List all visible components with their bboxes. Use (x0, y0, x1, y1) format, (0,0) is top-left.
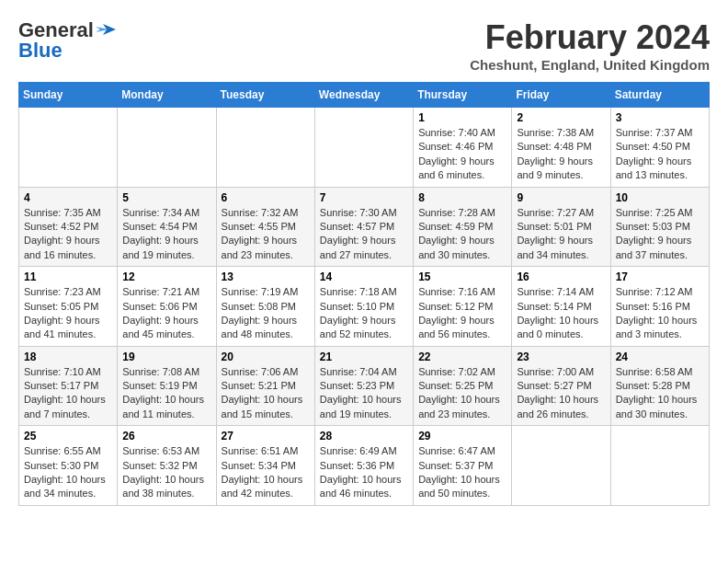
calendar-cell: 13Sunrise: 7:19 AM Sunset: 5:08 PM Dayli… (216, 267, 314, 347)
cell-info: Sunrise: 7:12 AM Sunset: 5:16 PM Dayligh… (616, 285, 704, 342)
calendar-table: SundayMondayTuesdayWednesdayThursdayFrid… (18, 82, 710, 506)
title-area: February 2024 Cheshunt, England, United … (470, 18, 710, 73)
day-number: 20 (222, 350, 310, 363)
cell-info: Sunrise: 7:38 AM Sunset: 4:48 PM Dayligh… (517, 126, 605, 183)
cell-info: Sunrise: 6:49 AM Sunset: 5:36 PM Dayligh… (320, 444, 408, 501)
day-number: 24 (616, 350, 704, 363)
cell-info: Sunrise: 7:04 AM Sunset: 5:23 PM Dayligh… (320, 365, 408, 422)
calendar-cell: 10Sunrise: 7:25 AM Sunset: 5:03 PM Dayli… (610, 187, 709, 267)
calendar-cell (610, 426, 709, 506)
calendar-cell: 11Sunrise: 7:23 AM Sunset: 5:05 PM Dayli… (19, 267, 118, 347)
calendar-cell: 6Sunrise: 7:32 AM Sunset: 4:55 PM Daylig… (216, 187, 314, 267)
cell-info: Sunrise: 7:23 AM Sunset: 5:05 PM Dayligh… (24, 285, 112, 342)
cell-info: Sunrise: 7:21 AM Sunset: 5:06 PM Dayligh… (122, 285, 210, 342)
calendar-week-row: 1Sunrise: 7:40 AM Sunset: 4:46 PM Daylig… (19, 108, 710, 188)
cell-info: Sunrise: 6:53 AM Sunset: 5:32 PM Dayligh… (122, 444, 210, 501)
calendar-body: 1Sunrise: 7:40 AM Sunset: 4:46 PM Daylig… (19, 108, 710, 506)
calendar-cell: 4Sunrise: 7:35 AM Sunset: 4:52 PM Daylig… (19, 187, 118, 267)
cell-info: Sunrise: 7:16 AM Sunset: 5:12 PM Dayligh… (418, 285, 506, 342)
calendar-cell: 19Sunrise: 7:08 AM Sunset: 5:19 PM Dayli… (118, 346, 216, 426)
day-number: 15 (418, 270, 506, 283)
day-number: 6 (222, 191, 310, 204)
day-number: 16 (517, 270, 605, 283)
calendar-cell: 17Sunrise: 7:12 AM Sunset: 5:16 PM Dayli… (610, 267, 709, 347)
month-year-heading: February 2024 (470, 18, 710, 57)
cell-info: Sunrise: 6:55 AM Sunset: 5:30 PM Dayligh… (24, 444, 112, 501)
day-number: 25 (24, 430, 112, 442)
day-number: 4 (24, 191, 112, 204)
calendar-cell: 5Sunrise: 7:34 AM Sunset: 4:54 PM Daylig… (118, 187, 216, 267)
calendar-cell (19, 108, 118, 188)
day-number: 23 (517, 350, 605, 363)
calendar-cell: 9Sunrise: 7:27 AM Sunset: 5:01 PM Daylig… (512, 187, 610, 267)
calendar-day-header: Wednesday (314, 83, 413, 108)
day-number: 17 (616, 270, 704, 283)
cell-info: Sunrise: 7:18 AM Sunset: 5:10 PM Dayligh… (320, 285, 408, 342)
cell-info: Sunrise: 7:02 AM Sunset: 5:25 PM Dayligh… (418, 365, 506, 422)
calendar-cell: 16Sunrise: 7:14 AM Sunset: 5:14 PM Dayli… (512, 267, 610, 347)
day-number: 14 (320, 270, 408, 283)
cell-info: Sunrise: 6:47 AM Sunset: 5:37 PM Dayligh… (418, 444, 506, 501)
day-number: 19 (122, 350, 210, 363)
cell-info: Sunrise: 7:34 AM Sunset: 4:54 PM Dayligh… (122, 206, 210, 263)
calendar-day-header: Monday (118, 83, 216, 108)
day-number: 12 (122, 270, 210, 283)
day-number: 28 (320, 430, 408, 442)
calendar-cell: 12Sunrise: 7:21 AM Sunset: 5:06 PM Dayli… (118, 267, 216, 347)
day-number: 1 (418, 111, 506, 124)
day-number: 9 (517, 191, 605, 204)
cell-info: Sunrise: 7:32 AM Sunset: 4:55 PM Dayligh… (222, 206, 310, 263)
day-number: 10 (616, 191, 704, 204)
cell-info: Sunrise: 6:51 AM Sunset: 5:34 PM Dayligh… (222, 444, 310, 501)
calendar-cell (512, 426, 610, 506)
location-heading: Cheshunt, England, United Kingdom (470, 57, 710, 73)
calendar-day-header: Saturday (610, 83, 709, 108)
cell-info: Sunrise: 7:40 AM Sunset: 4:46 PM Dayligh… (418, 126, 506, 183)
cell-info: Sunrise: 7:14 AM Sunset: 5:14 PM Dayligh… (517, 285, 605, 342)
calendar-cell: 25Sunrise: 6:55 AM Sunset: 5:30 PM Dayli… (19, 426, 118, 506)
calendar-cell: 27Sunrise: 6:51 AM Sunset: 5:34 PM Dayli… (216, 426, 314, 506)
calendar-cell: 15Sunrise: 7:16 AM Sunset: 5:12 PM Dayli… (414, 267, 512, 347)
calendar-week-row: 25Sunrise: 6:55 AM Sunset: 5:30 PM Dayli… (19, 426, 710, 506)
calendar-cell: 20Sunrise: 7:06 AM Sunset: 5:21 PM Dayli… (216, 346, 314, 426)
calendar-cell: 14Sunrise: 7:18 AM Sunset: 5:10 PM Dayli… (314, 267, 413, 347)
calendar-cell (314, 108, 413, 188)
day-number: 21 (320, 350, 408, 363)
calendar-cell: 29Sunrise: 6:47 AM Sunset: 5:37 PM Dayli… (414, 426, 512, 506)
calendar-cell: 22Sunrise: 7:02 AM Sunset: 5:25 PM Dayli… (414, 346, 512, 426)
calendar-cell: 26Sunrise: 6:53 AM Sunset: 5:32 PM Dayli… (118, 426, 216, 506)
day-number: 8 (418, 191, 506, 204)
cell-info: Sunrise: 7:08 AM Sunset: 5:19 PM Dayligh… (122, 365, 210, 422)
day-number: 2 (517, 111, 605, 124)
calendar-cell: 1Sunrise: 7:40 AM Sunset: 4:46 PM Daylig… (414, 108, 512, 188)
cell-info: Sunrise: 6:58 AM Sunset: 5:28 PM Dayligh… (616, 365, 704, 422)
day-number: 7 (320, 191, 408, 204)
day-number: 11 (24, 270, 112, 283)
calendar-cell: 21Sunrise: 7:04 AM Sunset: 5:23 PM Dayli… (314, 346, 413, 426)
cell-info: Sunrise: 7:00 AM Sunset: 5:27 PM Dayligh… (517, 365, 605, 422)
day-number: 18 (24, 350, 112, 363)
calendar-day-header: Sunday (19, 83, 118, 108)
calendar-cell: 23Sunrise: 7:00 AM Sunset: 5:27 PM Dayli… (512, 346, 610, 426)
calendar-cell: 2Sunrise: 7:38 AM Sunset: 4:48 PM Daylig… (512, 108, 610, 188)
calendar-cell (118, 108, 216, 188)
day-number: 22 (418, 350, 506, 363)
cell-info: Sunrise: 7:06 AM Sunset: 5:21 PM Dayligh… (222, 365, 310, 422)
calendar-week-row: 11Sunrise: 7:23 AM Sunset: 5:05 PM Dayli… (19, 267, 710, 347)
calendar-cell: 24Sunrise: 6:58 AM Sunset: 5:28 PM Dayli… (610, 346, 709, 426)
cell-info: Sunrise: 7:25 AM Sunset: 5:03 PM Dayligh… (616, 206, 704, 263)
cell-info: Sunrise: 7:28 AM Sunset: 4:59 PM Dayligh… (418, 206, 506, 263)
calendar-cell: 8Sunrise: 7:28 AM Sunset: 4:59 PM Daylig… (414, 187, 512, 267)
calendar-cell: 18Sunrise: 7:10 AM Sunset: 5:17 PM Dayli… (19, 346, 118, 426)
day-number: 3 (616, 111, 704, 124)
calendar-header-row: SundayMondayTuesdayWednesdayThursdayFrid… (19, 83, 710, 108)
logo-blue-text: Blue (18, 39, 63, 63)
calendar-cell: 28Sunrise: 6:49 AM Sunset: 5:36 PM Dayli… (314, 426, 413, 506)
day-number: 13 (222, 270, 310, 283)
calendar-day-header: Tuesday (216, 83, 314, 108)
cell-info: Sunrise: 7:27 AM Sunset: 5:01 PM Dayligh… (517, 206, 605, 263)
header: General Blue February 2024 Cheshunt, Eng… (18, 18, 710, 73)
cell-info: Sunrise: 7:30 AM Sunset: 4:57 PM Dayligh… (320, 206, 408, 263)
day-number: 5 (122, 191, 210, 204)
day-number: 27 (222, 430, 310, 442)
